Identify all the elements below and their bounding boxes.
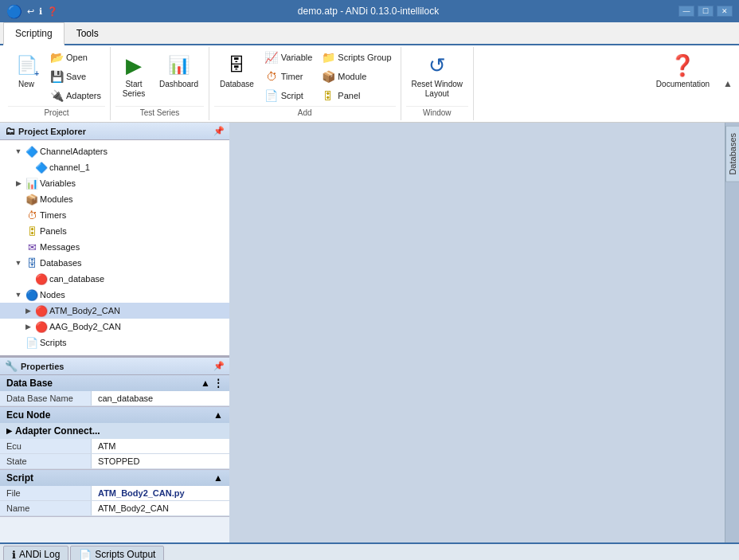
new-button[interactable]: 📄 + New [8, 49, 45, 93]
tree-item-atmbody2can[interactable]: ▶ 🔴 ATM_Body2_CAN [0, 303, 229, 319]
start-series-button[interactable]: ▶ Start Series [115, 49, 152, 103]
properties-title: Properties [21, 362, 64, 371]
tree-item-timers[interactable]: ⏱ Timers [0, 207, 229, 223]
props-value-state[interactable]: STOPPED [92, 454, 229, 468]
props-pin-icon[interactable]: 📌 [213, 361, 225, 371]
tree-item-scripts[interactable]: 📄 Scripts [0, 335, 229, 350]
ribbon-group-testseries-content: ▶ Start Series 📊 Dashboard [115, 49, 204, 104]
aagbody2can-icon: 🔴 [35, 320, 48, 333]
props-row-name: Name ATM_Body2_CAN [0, 501, 229, 516]
title-bar-left: 🔵 ↩ ℹ ❓ [6, 4, 58, 19]
open-button[interactable]: 📂 Open [46, 49, 105, 66]
section-ecunode-collapse-icon: ▲ [213, 409, 223, 421]
documentation-label: Documentation [656, 80, 710, 89]
tree-item-panels[interactable]: 🎛 Panels [0, 223, 229, 239]
tree-item-aagbody2can[interactable]: ▶ 🔴 AAG_Body2_CAN [0, 319, 229, 335]
tab-scripting[interactable]: Scripting [3, 22, 65, 45]
section-script: Script ▲ File ATM_Body2_CAN.py Name ATM_… [0, 470, 229, 517]
variable-label: Variable [281, 53, 313, 62]
scripts-group-button[interactable]: 📁 Scripts Group [318, 49, 395, 66]
adapters-button[interactable]: 🔌 Adapters [46, 87, 105, 104]
left-panel: 🗂 Project Explorer 📌 ▼ 🔷 ChannelAdapters… [0, 123, 229, 542]
candatabase-icon: 🔴 [35, 272, 48, 285]
props-value-file[interactable]: ATM_Body2_CAN.py [92, 486, 229, 500]
tree-item-channeladapters[interactable]: ▼ 🔷 ChannelAdapters [0, 143, 229, 159]
scripts-output-icon: 📄 [79, 549, 92, 561]
ribbon-tabs: Scripting Tools [0, 22, 739, 45]
tree-item-messages[interactable]: ✉ Messages [0, 239, 229, 255]
props-value-name[interactable]: ATM_Body2_CAN [92, 501, 229, 515]
props-value-ecu[interactable]: ATM [92, 439, 229, 453]
section-script-collapse-icon: ▲ [213, 472, 223, 484]
reset-window-icon: ↺ [424, 53, 450, 78]
databases-label: Databases [40, 258, 82, 268]
new-icon: 📄 + [14, 53, 39, 78]
tree-item-channel1[interactable]: 🔷 channel_1 [0, 159, 229, 175]
documentation-button[interactable]: ❓ Documentation [651, 49, 715, 93]
modules-label: Modules [40, 194, 73, 204]
candatabase-label: can_database [49, 274, 104, 284]
chevron-right3-icon: ▶ [22, 323, 33, 331]
script-button[interactable]: 📄 Script [261, 87, 317, 104]
variable-button[interactable]: 📈 Variable [261, 49, 317, 66]
ribbon-group-window-content: ↺ Reset Window Layout [406, 49, 468, 104]
props-label-ecu: Ecu [0, 439, 92, 453]
ribbon-group-add-content: 🗄 Database 📈 Variable ⏱ Timer 📄 Script [214, 49, 396, 104]
tree-item-candatabase[interactable]: 🔴 can_database [0, 271, 229, 287]
ribbon-collapse-btn[interactable]: ▲ [720, 47, 736, 120]
props-row-state: State STOPPED [0, 454, 229, 469]
timer-button[interactable]: ⏱ Timer [261, 68, 317, 85]
minimize-button[interactable]: — [678, 6, 694, 17]
props-row-file: File ATM_Body2_CAN.py [0, 486, 229, 501]
project-explorer-container: 🗂 Project Explorer 📌 ▼ 🔷 ChannelAdapters… [0, 123, 229, 355]
channel1-label: channel_1 [49, 163, 90, 172]
tree-item-nodes[interactable]: ▼ 🔵 Nodes [0, 287, 229, 303]
props-value-dbname[interactable]: can_database [92, 391, 229, 405]
ribbon-spacer [474, 47, 646, 120]
panel-button[interactable]: 🎛 Panel [318, 87, 395, 104]
quick-access-info[interactable]: ℹ [39, 6, 42, 17]
tree-item-variables[interactable]: ▶ 📊 Variables [0, 175, 229, 191]
testseries-group-label: Test Series [115, 106, 204, 119]
database-button[interactable]: 🗄 Database [214, 49, 260, 93]
messages-label: Messages [40, 242, 80, 252]
save-button[interactable]: 💾 Save [46, 68, 105, 85]
panel-header-controls: 📌 [213, 126, 225, 136]
props-label-state: State [0, 454, 92, 468]
panel-pin-icon[interactable]: 📌 [213, 126, 225, 136]
section-script-label: Script [6, 472, 33, 484]
ribbon-group-help-content: ❓ Documentation [651, 49, 715, 119]
section-database-label: Data Base [6, 378, 53, 389]
tab-tools[interactable]: Tools [65, 22, 111, 44]
close-button[interactable]: ✕ [717, 6, 733, 17]
scripts-group-icon: 📁 [322, 51, 334, 64]
module-button[interactable]: 📦 Module [318, 68, 395, 85]
tree-item-modules[interactable]: 📦 Modules [0, 191, 229, 207]
section-script-header[interactable]: Script ▲ [0, 470, 229, 486]
module-icon: 📦 [322, 70, 334, 83]
databases-sidebar-tab[interactable]: Databases [725, 126, 740, 182]
quick-access-help[interactable]: ❓ [47, 6, 58, 17]
section-database: Data Base ▲ ⋮ Data Base Name can_databas… [0, 375, 229, 407]
start-series-icon: ▶ [121, 53, 147, 78]
database-icon: 🗄 [224, 53, 249, 78]
props-sub-adapter[interactable]: ▶ Adapter Connect... [0, 423, 229, 439]
project-explorer-icon: 🗂 [5, 125, 15, 137]
module-label: Module [338, 72, 366, 81]
section-database-header[interactable]: Data Base ▲ ⋮ [0, 375, 229, 391]
chevron-down3-icon: ▼ [13, 291, 24, 299]
andi-log-tab[interactable]: ℹ ANDi Log [3, 546, 68, 561]
project-group-label: Project [8, 106, 105, 119]
maximize-button[interactable]: ☐ [698, 6, 714, 17]
quick-access-1[interactable]: ↩ [27, 6, 34, 17]
ribbon-group-help: ❓ Documentation [646, 47, 720, 120]
section-ecunode-header[interactable]: Ecu Node ▲ [0, 407, 229, 423]
timers-label: Timers [40, 210, 66, 220]
adapter-label: Adapter Connect... [15, 425, 100, 437]
reset-window-button[interactable]: ↺ Reset Window Layout [406, 49, 468, 103]
ribbon-group-window: ↺ Reset Window Layout Window [401, 47, 474, 120]
scripts-output-tab[interactable]: 📄 Scripts Output [70, 546, 164, 561]
tree-item-databases[interactable]: ▼ 🗄 Databases [0, 255, 229, 271]
dashboard-button[interactable]: 📊 Dashboard [154, 49, 204, 93]
properties-controls: 📌 [213, 361, 225, 371]
